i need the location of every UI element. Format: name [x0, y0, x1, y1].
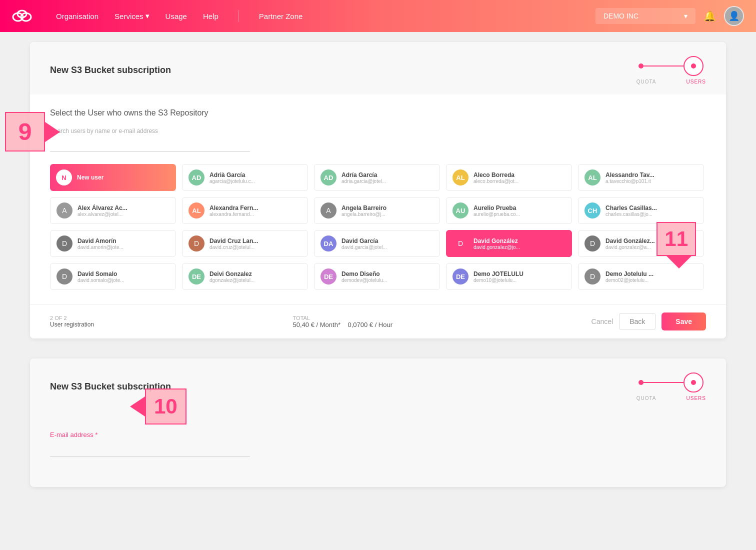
bottom-stepper-labels: QUOTA USERS: [636, 396, 706, 401]
user-email: angela.barreiro@j...: [342, 212, 386, 217]
bottom-page-title: New S3 Bucket subscription: [50, 382, 171, 392]
cancel-button[interactable]: Cancel: [592, 318, 614, 326]
required-indicator: *: [95, 431, 98, 438]
user-avatar-letter: DE: [452, 268, 468, 284]
user-avatar-letter: AL: [188, 202, 204, 218]
user-card-aurelio-prueba[interactable]: AUAurelio Pruebaaurelio@prueba.co...: [446, 197, 572, 224]
footer-total-info: TOTAL 50,40 € / Month* 0,0700 € / Hour: [293, 315, 392, 328]
email-field-area: E-mail address *: [30, 411, 726, 487]
bottom-stepper-dot-users: [684, 372, 704, 392]
stepper-label-users: USERS: [686, 79, 706, 84]
nav-partner-zone[interactable]: Partner Zone: [259, 12, 303, 20]
user-name: Charles Casillas...: [606, 204, 657, 212]
user-name: David González: [474, 238, 520, 244]
user-avatar-img: D: [452, 236, 468, 252]
user-avatar[interactable]: 👤: [724, 6, 744, 26]
user-card-david-amorin[interactable]: DDavid Amoríndavid.amorin@jote...: [50, 230, 176, 257]
user-name: New user: [77, 174, 104, 181]
user-email: adria.garcia@jotel...: [342, 178, 386, 184]
nav-help[interactable]: Help: [203, 12, 218, 20]
user-email: alexandra.fernand...: [210, 212, 258, 217]
user-name: David Cruz Lan...: [210, 238, 258, 244]
footer-actions: Cancel Back Save: [592, 312, 706, 330]
user-card-david-garcia[interactable]: DADavid Garcíadavid.garcia@jotel...: [314, 230, 440, 257]
user-name: Demo JOTELULU: [474, 270, 524, 278]
user-card-adria-garcia-2[interactable]: ADAdría Garcíaadria.garcia@jotel...: [314, 164, 440, 191]
user-card-demo-jotelulu-2[interactable]: DDemo Jotelulu ...demo02@jotelulu...: [578, 263, 704, 290]
user-card-demo-diseno[interactable]: DEDemo Diseñodemodev@jotelulu...: [314, 263, 440, 290]
card-subtitle: Select the User who owns the S3 Reposito…: [50, 108, 706, 118]
stepper-dot-inner: [691, 64, 696, 68]
user-avatar-img: D: [56, 236, 72, 252]
stepper-labels: QUOTA USERS: [636, 79, 706, 84]
company-selector[interactable]: DEMO INC ▾: [596, 8, 696, 24]
user-card-charles-casillas[interactable]: CHCharles Casillas...charles.casillas@jo…: [578, 197, 704, 224]
user-info: Charles Casillas...charles.casillas@jo..…: [606, 204, 657, 217]
stepper: QUOTA USERS: [636, 56, 706, 84]
user-avatar-img: A: [320, 202, 336, 218]
search-input[interactable]: [50, 138, 250, 152]
stepper-dot-users: [684, 56, 704, 76]
user-email: agarcia@jotelulu.c...: [210, 178, 255, 184]
user-name: Alex Álvarez Ac...: [78, 204, 128, 212]
email-input[interactable]: [50, 442, 250, 457]
user-card-david-somalo[interactable]: DDavid Somalodavid.somalo@jote...: [50, 263, 176, 290]
nav-usage[interactable]: Usage: [166, 12, 187, 20]
logo[interactable]: [12, 6, 36, 26]
user-card-aleco-borreda[interactable]: ALAleco Borredaaleco.borreda@jot...: [446, 164, 572, 191]
email-label: E-mail address *: [50, 431, 706, 438]
user-card-demo-jotelulu[interactable]: DEDemo JOTELULUdemo10@jotelulu...: [446, 263, 572, 290]
user-card-angela-barreiro[interactable]: AAngela Barreiroangela.barreiro@j...: [314, 197, 440, 224]
user-info: Aleco Borredaaleco.borreda@jot...: [474, 172, 518, 184]
user-name: Aurelio Prueba: [474, 204, 520, 212]
user-info: Aurelio Pruebaaurelio@prueba.co...: [474, 204, 520, 217]
user-email: david.somalo@jote...: [78, 278, 124, 283]
user-avatar-img: D: [584, 268, 600, 284]
user-card-david-gonzalez[interactable]: DDavid Gonzálezdavid.gonzalez@jo...: [446, 230, 572, 257]
step-fraction: 2 OF 2: [50, 315, 94, 321]
save-button[interactable]: Save: [662, 312, 706, 330]
bottom-stepper-track: [638, 372, 704, 392]
user-info: Alessandro Tav...a.tavecchio@p101.it: [606, 172, 654, 184]
nav-organisation[interactable]: Organisation: [56, 12, 98, 20]
user-name: Demo Diseño: [342, 270, 387, 278]
card-content: Select the User who owns the S3 Reposito…: [30, 94, 726, 304]
user-info: David Cruz Lan...david.cruz@jotelul...: [210, 238, 258, 250]
user-card-deivi-gonzalez[interactable]: DEDeivi Gonzalezdgonzalez@jotelul...: [182, 263, 308, 290]
user-info: David Gonzálezdavid.gonzalez@jo...: [474, 238, 520, 250]
user-card-david-gonzalez-2[interactable]: DDavid González...david.gonzalez@a...: [578, 230, 704, 257]
company-name: DEMO INC: [604, 12, 638, 20]
bottom-stepper-label-quota: QUOTA: [636, 396, 656, 401]
user-info: Alexandra Fern...alexandra.fernand...: [210, 204, 258, 217]
notifications-bell[interactable]: 🔔: [704, 10, 716, 22]
bottom-stepper-line: [644, 382, 684, 383]
bottom-stepper-label-users: USERS: [686, 396, 706, 401]
step-label: User registration: [50, 321, 94, 328]
user-card-alessandro-tav[interactable]: ALAlessandro Tav...a.tavecchio@p101.it: [578, 164, 704, 191]
user-avatar-letter: AU: [452, 202, 468, 218]
user-card-alexandra-fern[interactable]: ALAlexandra Fern...alexandra.fernand...: [182, 197, 308, 224]
user-info: Adrià Garcíaagarcia@jotelulu.c...: [210, 172, 255, 184]
user-card-adria-garcia[interactable]: ADAdrià Garcíaagarcia@jotelulu.c...: [182, 164, 308, 191]
user-avatar-letter: CH: [584, 202, 600, 218]
user-email: david.garcia@jotel...: [342, 244, 387, 250]
user-name: Aleco Borreda: [474, 172, 518, 178]
user-email: charles.casillas@jo...: [606, 212, 657, 217]
user-info: New user: [77, 174, 104, 181]
footer-step-info: 2 OF 2 User registration: [50, 315, 94, 328]
user-card-alex-alvarez[interactable]: AAlex Álvarez Ac...alex.alvarez@jotel...: [50, 197, 176, 224]
top-section-card: New S3 Bucket subscription QUOTA USERS: [30, 42, 726, 338]
nav-services[interactable]: Services ▾: [114, 12, 150, 20]
user-card-david-cruz[interactable]: DDavid Cruz Lan...david.cruz@jotelul...: [182, 230, 308, 257]
user-name: David García: [342, 238, 387, 244]
user-name: David Amorín: [78, 238, 124, 244]
section-header: New S3 Bucket subscription QUOTA USERS: [30, 42, 726, 94]
user-card-new-user[interactable]: NNew user: [50, 164, 176, 191]
price-display: 50,40 € / Month* 0,0700 € / Hour: [293, 321, 392, 328]
back-button[interactable]: Back: [619, 313, 656, 330]
bottom-section-header: New S3 Bucket subscription QUOTA USERS: [30, 358, 726, 411]
bottom-stepper-dot-inner: [691, 380, 696, 385]
user-name: Alexandra Fern...: [210, 204, 258, 212]
footer-bar: 2 OF 2 User registration TOTAL 50,40 € /…: [30, 304, 726, 338]
user-email: david.gonzalez@a...: [606, 244, 655, 250]
